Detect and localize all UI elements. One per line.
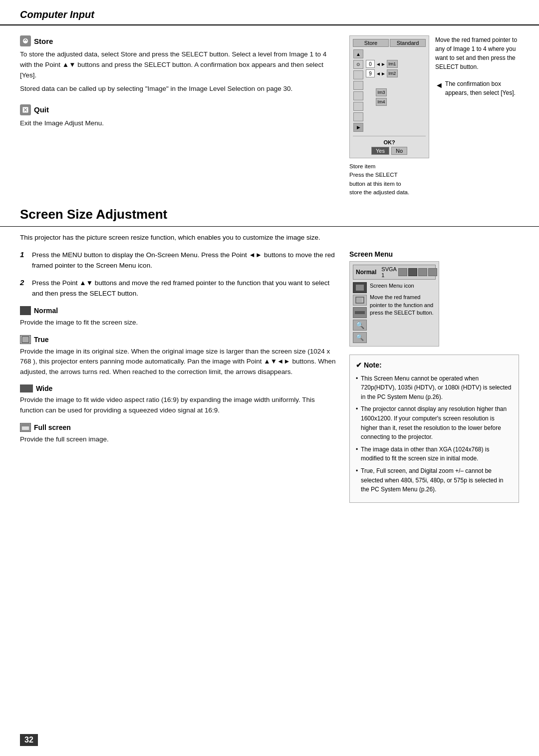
quit-icon — [20, 104, 31, 115]
screen-menu-diagram-wrapper: Normal SVGA 1 — [349, 261, 519, 347]
note-section: ✔ Note: This Screen Menu cannot be opera… — [349, 355, 519, 503]
sm-icon-label: Screen Menu icon — [370, 282, 436, 290]
quit-body-text: Exit the Image Adjust Menu. — [20, 118, 329, 129]
spacer3 — [366, 88, 375, 96]
store-body-text-1: To store the adjusted data, select Store… — [20, 49, 329, 81]
caption-4: store the adjusted data. — [349, 188, 519, 197]
normal-label: Normal — [34, 307, 58, 315]
step-1-text: Press the MENU button to display the On-… — [32, 250, 339, 271]
screen-menu-annotations: Screen Menu icon Move the red framed poi… — [370, 282, 436, 317]
sm-icon-4 — [428, 268, 437, 276]
store-heading: Store — [20, 35, 329, 46]
lr-arrows-0: ◄► — [376, 61, 386, 67]
page-number: 32 — [20, 734, 38, 746]
svg-rect-9 — [355, 311, 365, 314]
num-9: 9 — [366, 69, 375, 77]
ok-section: OK? Yes No — [353, 136, 426, 155]
img3-btn: Im3 — [376, 88, 387, 96]
top-section: Store To store the adjusted data, select… — [0, 30, 539, 202]
dial-btn: ⊙ — [353, 60, 363, 69]
screen-menu-btns: 🔍 🔍 — [353, 282, 367, 343]
lr-arrows-9: ◄► — [376, 71, 386, 76]
item2-btn — [353, 81, 363, 90]
store-label: Store — [34, 37, 53, 45]
ssa-right: Screen Menu Normal SVGA 1 — [349, 250, 519, 503]
img4-btn: Im4 — [376, 98, 387, 106]
img2-btn: Im2 — [387, 69, 398, 77]
step-2: 2 Press the Point ▲▼ buttons and move th… — [20, 278, 339, 299]
diagram-right-text: Move the red framed pointer to any of Im… — [435, 35, 519, 71]
svg-rect-8 — [357, 298, 362, 302]
sm-icon-1 — [398, 268, 407, 276]
img3-row: Im3 — [366, 88, 426, 96]
screen-menu-body: 🔍 🔍 Screen Menu icon Move the red framed… — [353, 282, 436, 343]
fullscreen-icon — [20, 423, 31, 432]
feature-normal: Normal Provide the image to fit the scre… — [20, 306, 339, 328]
note-item-3: The image data in other than XGA (1024x7… — [356, 445, 513, 463]
yes-btn: Yes — [371, 147, 389, 155]
left-column: Store To store the adjusted data, select… — [20, 35, 339, 197]
store-section: Store To store the adjusted data, select… — [20, 35, 329, 94]
diagram-header-standard: Standard — [390, 39, 426, 47]
wide-text: Provide the image to fit wide video aspe… — [20, 395, 339, 416]
sm-zoom-minus-btn: 🔍 — [353, 332, 367, 343]
store-diagram-wrapper: Store Standard ▲ ⊙ — [349, 35, 519, 158]
num-row-9: 9 ◄► Im2 — [366, 69, 426, 77]
wide-label: Wide — [36, 384, 52, 392]
num-row-0: 0 ◄► Im1 — [366, 60, 426, 68]
ssa-section: This projector has the picture screen re… — [0, 233, 539, 503]
item3-btn — [353, 91, 363, 100]
diagram-body-area: ▲ ⊙ ▶ — [353, 49, 426, 132]
svg-rect-3 — [23, 338, 28, 342]
item5-btn — [353, 112, 363, 121]
no-btn: No — [391, 147, 407, 155]
wide-icon — [20, 384, 33, 392]
blank-row3 — [366, 107, 426, 115]
feature-normal-heading: Normal — [20, 306, 339, 315]
store-body-text-2: Stored data can be called up by selectin… — [20, 84, 329, 94]
spacer4 — [366, 98, 375, 106]
diagram-right-annotations: Move the red framed pointer to any of Im… — [435, 35, 519, 97]
caption-1: Store item — [349, 162, 519, 171]
ssa-cols: 1 Press the MENU button to display the O… — [20, 250, 519, 503]
screen-size-title: Screen Size Adjustment — [0, 202, 539, 227]
screen-menu-diagram-box: Normal SVGA 1 — [349, 261, 439, 347]
screen-menu-icons — [398, 268, 437, 276]
screen-menu-section: Screen Menu Normal SVGA 1 — [349, 250, 519, 347]
item4-btn — [353, 102, 363, 111]
diagram-header-store: Store — [353, 39, 389, 47]
confirm-text: The confirmation box appears, then selec… — [445, 79, 519, 97]
store-diagram-area: Store Standard ▲ ⊙ — [349, 35, 519, 197]
sm-true-btn — [353, 295, 367, 306]
note-title: ✔ Note: — [356, 360, 513, 371]
normal-icon — [20, 306, 31, 315]
fullscreen-label: Full screen — [34, 423, 71, 431]
confirm-annotation: ◄ The confirmation box appears, then sel… — [435, 79, 519, 97]
step-1-num: 1 — [20, 250, 28, 271]
true-text: Provide the image in its original size. … — [20, 347, 339, 378]
note-item-4: True, Full screen, and Digital zoom +/– … — [356, 466, 513, 494]
sm-wide-btn — [353, 307, 367, 318]
img4-row: Im4 — [366, 98, 426, 106]
confirm-buttons: Yes No — [353, 147, 426, 155]
img1-btn: Im1 — [387, 60, 398, 68]
svg-rect-6 — [356, 285, 364, 291]
store-diagram-box: Store Standard ▲ ⊙ — [349, 35, 429, 158]
screen-menu-svga-text: SVGA 1 — [381, 266, 396, 278]
feature-fullscreen: Full screen Provide the full screen imag… — [20, 423, 339, 445]
store-icon — [20, 35, 31, 46]
diagram-arrow-btns: ▲ ⊙ ▶ — [353, 49, 364, 132]
quit-heading: Quit — [20, 104, 329, 115]
normal-text: Provide the image to fit the screen size… — [20, 318, 339, 328]
ssa-left: 1 Press the MENU button to display the O… — [20, 250, 339, 503]
screen-menu-title: Screen Menu — [349, 250, 519, 258]
svg-rect-5 — [21, 424, 29, 426]
true-label: True — [34, 336, 49, 344]
header-section: Computer Input — [0, 0, 539, 25]
sm-icon-3 — [418, 268, 427, 276]
sm-annotation: Move the red framed pointer to the funct… — [370, 294, 436, 317]
sm-normal-btn-selected — [353, 282, 367, 293]
quit-label: Quit — [34, 105, 49, 114]
ok-label: OK? — [353, 139, 426, 145]
step-2-num: 2 — [20, 278, 28, 299]
